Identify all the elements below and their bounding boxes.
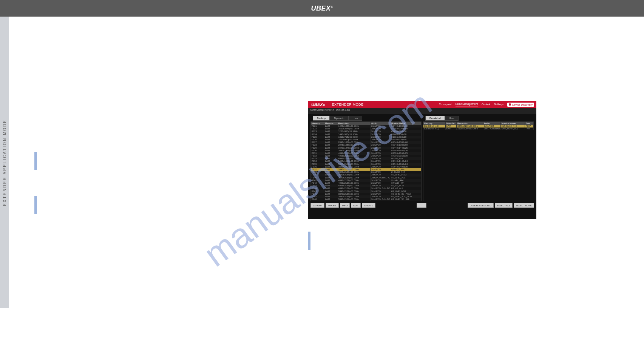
table-row[interactable]: F139LWR3840x2160p60.00Hz2chLPCMH2_UHD_PC… bbox=[311, 174, 421, 176]
left-table[interactable]: MemoryManufact…ResolutionAudioMonitor Na… bbox=[310, 121, 422, 201]
table-row[interactable]: F138LWR3840x2160p60.00Hz2chLPCMUHDp60_44… bbox=[311, 171, 421, 174]
col-header[interactable]: Monitor Name bbox=[390, 122, 421, 125]
import-button[interactable]: IMPORT bbox=[326, 203, 339, 208]
table-row[interactable]: E2 (HDMI in 2)LWR1920x1080p60.00Hz2chLPC… bbox=[423, 128, 534, 130]
col-header[interactable]: Sour… bbox=[525, 122, 533, 125]
col-header[interactable]: Manufac… bbox=[445, 122, 456, 125]
nav-item[interactable]: Control bbox=[482, 103, 490, 106]
col-header[interactable]: Monitor Name bbox=[500, 122, 525, 125]
table-row[interactable]: F123LWR1280x800p59.91Hz2chLPCMH1280x800p… bbox=[311, 130, 421, 133]
table-row[interactable]: F142LWR4096x2160p60.00Hz2chLPCMH4Kp60_44… bbox=[311, 182, 421, 184]
col-header[interactable]: Resolution bbox=[337, 122, 370, 125]
table-row[interactable]: F137LWR3840x2160p60.00Hz2chLPCMH2Hp60_44… bbox=[311, 168, 421, 171]
left-buttons: EXPORTIMPORTINFOEDITCREATE bbox=[310, 203, 375, 208]
col-header[interactable]: Resolution bbox=[456, 122, 483, 125]
right-table[interactable]: MemoryManufac…ResolutionAudioMonitor Nam… bbox=[423, 121, 534, 201]
edid-logo: UBEX« bbox=[311, 102, 325, 107]
col-header[interactable]: Audio bbox=[370, 122, 390, 125]
table-row[interactable]: F127LWR2048x1080p60.00Hz2chLPCMH2048x108… bbox=[311, 141, 421, 144]
table-row[interactable]: F141LWR4096x2160p60.00Hz2chLPCMUniv4K_44… bbox=[311, 179, 421, 182]
col-header[interactable]: Memory bbox=[423, 122, 445, 125]
edid-mode: EXTENDER MODE bbox=[332, 103, 364, 106]
edid-nav: CrosspointEDID ManagementControlSettings… bbox=[439, 103, 534, 107]
table-row[interactable]: F136LWR3840x2400p29.99Hz2chLPCMH3840x240… bbox=[311, 166, 421, 168]
left-tabs: FactoryDynamicUser bbox=[313, 116, 422, 121]
edid-window: UBEX« EXTENDER MODE CrosspointEDID Manag… bbox=[308, 101, 536, 219]
table-row[interactable]: F125LWR1366x768p60.00Hz2chLPCMH1366x768p… bbox=[311, 136, 421, 138]
tab[interactable]: User bbox=[445, 116, 459, 121]
tab[interactable]: Emulated bbox=[425, 116, 445, 121]
left-rail: EXTENDER APPLICATION MODE bbox=[0, 17, 9, 308]
table-row[interactable]: F129LWR3440x1440p24.99Hz2chLPCMH3440x144… bbox=[311, 147, 421, 149]
table-row[interactable]: F148LWR3840x2160p60.00Hz2chLPCM;8chLPCM;… bbox=[311, 198, 421, 201]
accent-bar bbox=[34, 152, 37, 170]
col-header[interactable]: Memory bbox=[311, 122, 324, 125]
table-row[interactable]: F144LWR4096x2160p60.00Hz2chLPCM;8chLPCM;… bbox=[311, 187, 421, 190]
edid-subtitle: EDID Management (TX - 192.168.0.51) bbox=[308, 108, 536, 114]
col-header[interactable]: Manufact… bbox=[324, 122, 337, 125]
create-button[interactable]: CREATE bbox=[362, 203, 375, 208]
brand-logo: UBEX« bbox=[311, 5, 333, 12]
right-tabs: EmulatedUser bbox=[425, 116, 534, 121]
select-none-button[interactable]: SELECT NONE bbox=[514, 203, 534, 208]
table-row[interactable]: E1 (HDMI in 1)LWR3840x2160p60.00Hz2chLPC… bbox=[423, 125, 534, 128]
table-row[interactable]: F128LWR2048x1080p60.00Hz2chLPCMH2048x108… bbox=[311, 144, 421, 146]
tab[interactable]: User bbox=[349, 116, 363, 121]
edid-titlebar: UBEX« EXTENDER MODE CrosspointEDID Manag… bbox=[308, 101, 536, 108]
table-row[interactable]: F145LWR3840x2160p60.00Hz2chLPCMH2_UHD_HD… bbox=[311, 190, 421, 193]
table-row[interactable]: F124LWR1440x900p59.90Hz2chLPCMH1440x900p… bbox=[311, 133, 421, 136]
table-row[interactable]: F147LWR3840x2160p60.00Hz2chLPCMH2_UHD_3D… bbox=[311, 195, 421, 198]
table-row[interactable]: F133LWR4096x2160p60.00Hz2chLPCM4Kp60_420 bbox=[311, 157, 421, 160]
edit-button[interactable]: EDIT bbox=[351, 203, 361, 208]
accent-bar bbox=[34, 196, 37, 214]
table-row[interactable]: F126LWR1600x900p59.98Hz2chLPCMH1600x900p… bbox=[311, 138, 421, 141]
delete-selected-button[interactable]: DELETE SELECTED bbox=[468, 203, 494, 208]
select-all-button[interactable]: SELECT ALL bbox=[495, 203, 513, 208]
table-row[interactable]: F132LWR4096x2160p30.00Hz2chLPCMH4096x216… bbox=[311, 155, 421, 157]
device-discovery-button[interactable]: Device Discovery bbox=[507, 103, 534, 107]
tab[interactable]: Factory bbox=[313, 116, 330, 121]
col-header[interactable]: Audio bbox=[483, 122, 500, 125]
export-button[interactable]: EXPORT bbox=[310, 203, 324, 208]
table-row[interactable]: F134LWR3440x1440p23.99Hz2chLPCMH3440x144… bbox=[311, 160, 421, 163]
table-row[interactable]: F140LWR3840x2160p60.00Hz2chLPCM;8chLPCM;… bbox=[311, 177, 421, 179]
info-button[interactable]: INFO bbox=[340, 203, 350, 208]
table-row[interactable]: F130LWR3440x1440p29.99Hz2chLPCMH3440x144… bbox=[311, 149, 421, 152]
nav-item[interactable]: Settings bbox=[494, 103, 503, 106]
table-row[interactable]: F143LWR4096x2160p60.00Hz2chLPCMH2_4K_PCM bbox=[311, 184, 421, 187]
accent-bar bbox=[308, 232, 310, 250]
nav-item[interactable]: Crosspoint bbox=[439, 103, 451, 106]
left-rail-label: EXTENDER APPLICATION MODE bbox=[3, 119, 7, 206]
nav-item[interactable]: EDID Management bbox=[456, 103, 478, 106]
tab[interactable]: Dynamic bbox=[330, 116, 348, 121]
top-bar: UBEX« bbox=[0, 0, 644, 17]
table-row[interactable]: F121LWR1440x1080p59.91Hz2chLPCMH1440x108… bbox=[311, 125, 421, 128]
table-row[interactable]: F135LWR3840x2160p24.00Hz2chLPCMH3840x216… bbox=[311, 163, 421, 166]
right-buttons: DELETE SELECTEDSELECT ALLSELECT NONE bbox=[468, 203, 534, 208]
table-row[interactable]: F146LWR3840x2160p60.00Hz2chLPCMH2_UHD_3D… bbox=[311, 193, 421, 195]
table-row[interactable]: F131LWR4096x2160p25.00Hz2chLPCMH4096x216… bbox=[311, 152, 421, 155]
table-row[interactable]: F122LWR2560x2048p59.98Hz2chLPCMH2560x204… bbox=[311, 128, 421, 130]
transfer-button[interactable]: > bbox=[417, 203, 426, 208]
